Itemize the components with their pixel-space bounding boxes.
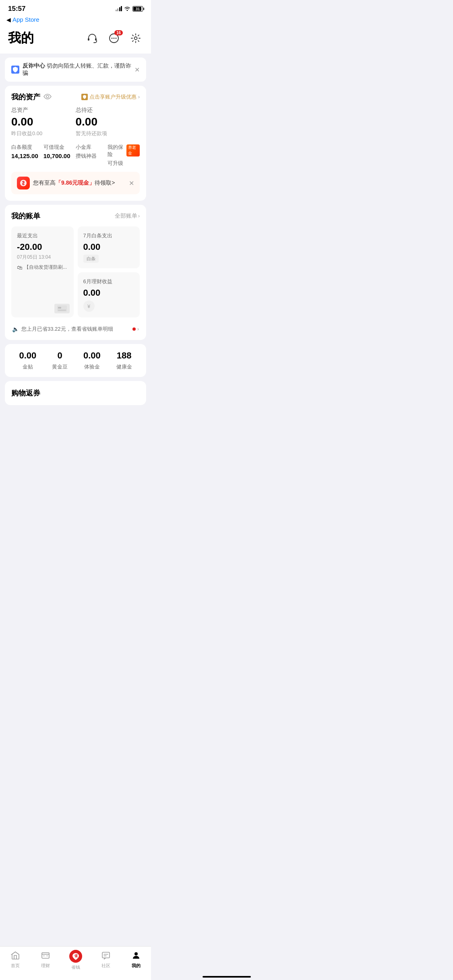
eye-icon[interactable] [43, 93, 52, 101]
svg-rect-1 [95, 38, 97, 41]
jiankangjin-value: 188 [117, 350, 132, 361]
loan-item[interactable]: 可借现金 10,700.00 [43, 144, 76, 167]
headset-icon [87, 33, 97, 43]
page-title: 我的 [8, 29, 34, 47]
jintie-value: 0.00 [19, 350, 36, 361]
yesterday-earnings: 昨日收益0.00 [11, 130, 76, 137]
baitiao-value: 14,125.00 [11, 152, 43, 159]
recent-expense-desc: 【自动发货谨防刷... [24, 264, 67, 271]
total-pending-col: 总待还 0.00 暂无待还款项 [76, 107, 140, 137]
back-arrow-icon: ◀ [6, 16, 11, 23]
finance-logo: ¥ [83, 301, 95, 312]
july-baitiao-label: 7月白条支出 [83, 232, 134, 239]
recent-expense-item[interactable]: 最近支出 -20.00 07月05日 13:04 🛍 【自动发货谨防刷... [11, 226, 74, 317]
signal-icon [116, 6, 122, 11]
settings-icon [130, 33, 141, 43]
total-assets-value: 0.00 [11, 115, 76, 128]
status-time: 15:57 [8, 5, 25, 13]
cash-banner-close[interactable]: ✕ [129, 179, 134, 187]
message-button[interactable]: 16 [107, 31, 121, 45]
shop-icon: 🛍 [17, 264, 23, 271]
svg-point-5 [116, 38, 117, 39]
status-bar: 15:57 31 [0, 0, 151, 14]
status-icons: 31 [116, 6, 143, 12]
huangjindou-item[interactable]: 0 黄金豆 [52, 350, 68, 371]
message-badge: 16 [114, 30, 123, 35]
recent-expense-label: 最近支出 [17, 232, 68, 239]
total-pending-value: 0.00 [76, 115, 140, 128]
shield-icon [11, 66, 19, 74]
settings-button[interactable] [128, 31, 143, 45]
svg-point-3 [112, 38, 113, 39]
all-bills-link[interactable]: 全部账单 › [115, 212, 140, 220]
wifi-icon [124, 6, 130, 12]
bills-title: 我的账单 [11, 211, 40, 221]
assets-card: 我的资产 点击享账户升级优惠 › 总 [5, 86, 146, 201]
cash-banner[interactable]: 您有至高「9.86元现金」待领取> ✕ [11, 172, 140, 194]
huangjindou-label: 黄金豆 [52, 363, 68, 371]
shopping-title: 购物返券 [11, 388, 40, 398]
tiyanjin-item[interactable]: 0.00 体验金 [83, 350, 101, 371]
baitiao-logo: 白条 [83, 255, 99, 263]
tiyanjin-value: 0.00 [83, 350, 101, 361]
jintie-item[interactable]: 0.00 金贴 [19, 350, 36, 371]
piggybank-item[interactable]: 小金库 攒钱神器 [76, 144, 108, 167]
svg-rect-9 [58, 307, 61, 309]
antifraud-banner[interactable]: 反诈中心 切勿向陌生人转账、汇款，谨防诈骗 ✕ [5, 58, 146, 82]
savings-chevron-icon: › [137, 326, 139, 332]
upgrade-link[interactable]: 点击享账户升级优惠 › [81, 93, 140, 101]
cash-amount: 「9.86元现金」 [56, 179, 95, 186]
all-bills-chevron-icon: › [138, 213, 140, 219]
upgrade-chevron-icon: › [138, 94, 140, 100]
cash-icon [17, 177, 30, 189]
headset-button[interactable] [85, 31, 99, 45]
july-baitiao-item[interactable]: 7月白条支出 0.00 白条 [78, 226, 140, 268]
loan-label: 可借现金 [43, 144, 76, 151]
piggybank-sublabel: 攒钱神器 [76, 152, 108, 160]
jiankangjin-label: 健康金 [116, 363, 132, 371]
huangjindou-value: 0 [57, 350, 62, 361]
svg-rect-0 [88, 38, 89, 41]
yanglao-badge: 养老金 [126, 144, 140, 156]
total-assets-col: 总资产 0.00 昨日收益0.00 [11, 107, 76, 137]
antifraud-close-button[interactable]: ✕ [134, 66, 140, 74]
insurance-sublabel: 可升级 [108, 160, 140, 167]
savings-tip[interactable]: 🔈 您上月已省33.22元，查看省钱账单明细 › [11, 322, 140, 334]
svg-point-6 [134, 37, 137, 40]
card-logo [54, 304, 70, 313]
baitiao-item[interactable]: 白条额度 14,125.00 [11, 144, 43, 167]
june-finance-label: 6月理财收益 [83, 278, 134, 285]
total-assets-label: 总资产 [11, 107, 76, 114]
all-bills-label: 全部账单 [115, 212, 137, 220]
savings-tip-text: 您上月已省33.22元，查看省钱账单明细 [21, 325, 113, 333]
notification-dot [132, 327, 136, 331]
bill-grid: 最近支出 -20.00 07月05日 13:04 🛍 【自动发货谨防刷... [11, 226, 140, 317]
antifraud-title: 反诈中心 [23, 62, 45, 69]
page-header: 我的 16 [0, 26, 151, 54]
june-finance-item[interactable]: 6月理财收益 0.00 ¥ [78, 272, 140, 317]
recent-expense-value: -20.00 [17, 242, 68, 252]
upgrade-text: 点击享账户升级优惠 [89, 93, 137, 101]
header-actions: 16 [85, 31, 143, 45]
june-finance-value: 0.00 [83, 288, 134, 298]
recent-expense-date: 07月05日 13:04 [17, 254, 68, 261]
quick-links: 白条额度 14,125.00 可借现金 10,700.00 小金库 攒钱神器 我… [11, 144, 140, 167]
battery-icon: 31 [132, 6, 143, 12]
bills-card: 我的账单 全部账单 › 最近支出 -20.00 07月05日 13:04 🛍 【… [5, 205, 146, 340]
shopping-section: 购物返券 [5, 381, 146, 405]
back-nav[interactable]: ◀ App Store [0, 14, 151, 26]
points-row: 0.00 金贴 0 黄金豆 0.00 体验金 188 健康金 [5, 344, 146, 377]
no-pending-text: 暂无待还款项 [76, 130, 140, 137]
loan-value: 10,700.00 [43, 152, 76, 159]
total-pending-label: 总待还 [76, 107, 140, 114]
jintie-label: 金贴 [23, 363, 33, 371]
back-label[interactable]: App Store [12, 16, 39, 23]
assets-title: 我的资产 [11, 92, 40, 102]
july-baitiao-value: 0.00 [83, 242, 134, 252]
speaker-icon: 🔈 [12, 326, 19, 332]
insurance-label: 我的保险 [108, 144, 125, 158]
baitiao-label: 白条额度 [11, 144, 43, 151]
jiankangjin-item[interactable]: 188 健康金 [116, 350, 132, 371]
insurance-item[interactable]: 我的保险 养老金 可升级 [108, 144, 140, 167]
upgrade-shield-icon [81, 94, 88, 100]
